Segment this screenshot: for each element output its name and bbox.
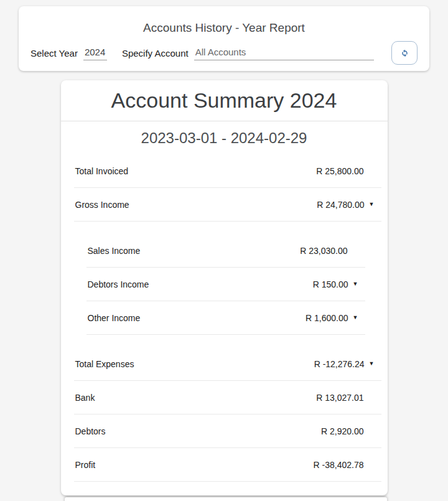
row-value: R 2,920.00 <box>321 426 364 436</box>
caret-down-icon[interactable]: ▼ <box>353 315 358 321</box>
filter-form-row: Select Year Specify Account <box>19 40 429 66</box>
caret-down-icon[interactable]: ▼ <box>369 202 375 207</box>
row-label: Debtors Income <box>88 279 149 289</box>
row-label: Profit <box>75 460 96 470</box>
sync-icon <box>399 48 410 59</box>
caret-down-icon[interactable]: ▼ <box>353 281 358 287</box>
select-year-label: Select Year <box>30 48 78 59</box>
row-value: R -12,276.24 <box>314 359 365 369</box>
summary-row: Bank R 13,027.01 <box>74 381 381 414</box>
account-summary-card: Account Summary 2024 2023-03-01 - 2024-0… <box>61 80 388 495</box>
row-value-group: R 23,030.00 <box>300 246 347 256</box>
summary-rows: Total Invoiced R 25,800.00 Gross Income … <box>74 154 381 482</box>
row-value: R 24,780.00 <box>317 200 364 210</box>
row-label: Sales Income <box>88 246 141 256</box>
row-value: R -38,402.78 <box>314 460 364 470</box>
row-value: R 13,027.01 <box>316 393 363 403</box>
row-value-group: R 25,800.00 <box>316 166 363 176</box>
summary-row[interactable]: Debtors Income R 150.00 ▼ <box>86 268 365 301</box>
caret-down-icon[interactable]: ▼ <box>369 361 375 367</box>
account-input[interactable] <box>194 45 374 60</box>
summary-row[interactable]: Total Expenses R -12,276.24 ▼ <box>74 347 381 381</box>
summary-title: Account Summary 2024 <box>61 80 388 121</box>
row-value-group: R -12,276.24 ▼ <box>314 359 364 369</box>
summary-row: Debtors R 2,920.00 <box>74 414 381 448</box>
row-label: Debtors <box>75 426 106 436</box>
row-label: Bank <box>75 393 95 403</box>
refresh-button[interactable] <box>391 41 418 65</box>
row-value: R 23,030.00 <box>300 246 347 256</box>
row-value-group: R 150.00 ▼ <box>313 279 348 289</box>
row-value-group: R -38,402.78 <box>314 460 364 470</box>
row-value-group: R 24,780.00 ▼ <box>317 200 363 210</box>
row-label: Other Income <box>88 313 141 323</box>
summary-row: Profit R -38,402.78 <box>74 448 381 482</box>
row-value-group: R 1,600.00 ▼ <box>306 313 347 323</box>
page-title: Accounts History - Year Report <box>19 22 429 34</box>
summary-row[interactable]: Other Income R 1,600.00 ▼ <box>86 301 365 335</box>
row-label: Gross Income <box>75 200 129 210</box>
year-input[interactable] <box>83 45 107 60</box>
row-value-group: R 13,027.01 <box>316 393 363 403</box>
specify-account-label: Specify Account <box>122 48 189 59</box>
next-card-peek <box>65 497 387 501</box>
row-value-group: R 2,920.00 <box>321 426 364 436</box>
row-value: R 150.00 <box>313 279 348 289</box>
report-filter-card: Accounts History - Year Report Select Ye… <box>19 6 429 71</box>
summary-row: Sales Income R 23,030.00 <box>86 234 365 268</box>
summary-row[interactable]: Gross Income R 24,780.00 ▼ <box>74 188 381 222</box>
row-value: R 1,600.00 <box>306 313 348 323</box>
row-value: R 25,800.00 <box>316 166 363 176</box>
row-label: Total Invoiced <box>75 166 129 176</box>
date-range: 2023-03-01 - 2024-02-29 <box>61 121 388 154</box>
summary-row: Total Invoiced R 25,800.00 <box>74 154 381 188</box>
row-label: Total Expenses <box>75 359 134 369</box>
